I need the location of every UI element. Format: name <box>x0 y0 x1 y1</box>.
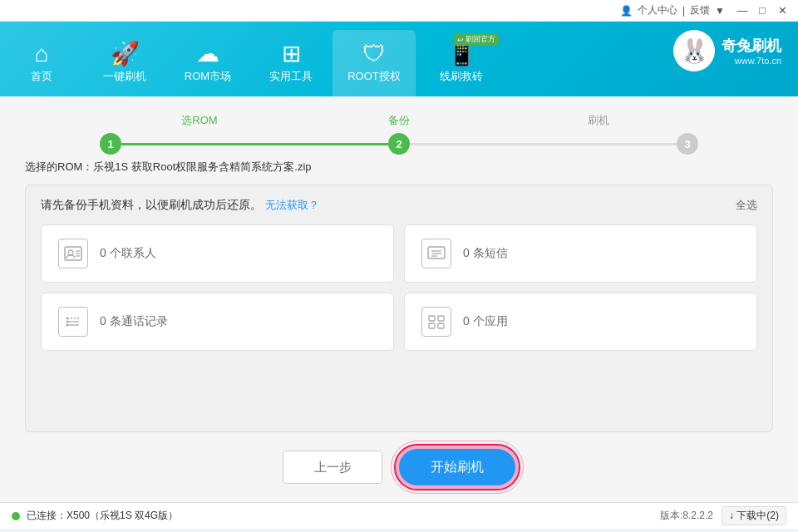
logo-rabbit-icon: 🐰 <box>673 30 715 71</box>
wire-icon: 📱 <box>447 42 476 66</box>
tab-wire-label: 线刷救砖 <box>440 69 483 84</box>
footer-bar: 已连接：X500（乐视1S 双4G版） 版本:8.2.2.2 ↓ 下载中(2) <box>0 502 798 529</box>
sms-icon <box>421 239 451 268</box>
account-label[interactable]: 个人中心 <box>638 3 677 17</box>
connection-text: 已连接：X500（乐视1S 双4G版） <box>27 509 178 523</box>
tab-flash[interactable]: 🚀 一键刷机 <box>83 30 166 96</box>
tab-root[interactable]: 🛡 ROOT授权 <box>332 30 416 96</box>
svg-point-1 <box>68 250 73 255</box>
backup-title: 请先备份手机资料，以便刷机成功后还原。 无法获取？ <box>41 197 319 213</box>
steps-visual: 1 2 3 <box>100 133 698 155</box>
tab-tools-label: 实用工具 <box>269 69 313 84</box>
step-line-2 <box>410 143 677 145</box>
download-button[interactable]: ↓ 下载中(2) <box>722 506 786 525</box>
step-circle-1: 1 <box>100 133 121 155</box>
minimize-button[interactable]: — <box>733 2 751 20</box>
rom-icon: ☁ <box>196 42 219 66</box>
account-icon: 👤 <box>620 5 633 17</box>
svg-point-14 <box>66 324 69 327</box>
rom-info: 选择的ROM：乐视1S 获取Root权限服务含精简系统方案.zip <box>25 160 773 175</box>
version-text: 版本:8.2.2.2 <box>660 509 713 523</box>
apps-count: 0 个应用 <box>463 314 508 329</box>
home-icon: ⌂ <box>35 42 49 66</box>
step-label-3: 刷机 <box>499 113 698 128</box>
apps-icon <box>421 307 451 337</box>
backup-grid: 0 个联系人 0 条短信 <box>41 224 757 351</box>
logo-text: 奇兔刷机 www.7to.cn <box>722 36 781 66</box>
backup-header: 请先备份手机资料，以便刷机成功后还原。 无法获取？ 全选 <box>41 197 757 213</box>
dropdown-icon[interactable]: ▼ <box>715 5 725 17</box>
start-button[interactable]: 开始刷机 <box>399 449 515 485</box>
tab-home[interactable]: ⌂ 首页 <box>0 30 83 96</box>
separator: | <box>682 5 685 17</box>
feedback-label[interactable]: 反馈 <box>690 3 710 17</box>
svg-point-12 <box>66 318 69 320</box>
backup-title-text: 请先备份手机资料，以便刷机成功后还原。 <box>41 198 262 211</box>
backup-item-sms[interactable]: 0 条短信 <box>404 224 757 283</box>
tab-root-label: ROOT授权 <box>347 69 401 84</box>
step-label-2: 备份 <box>299 113 499 128</box>
svg-rect-16 <box>438 316 444 321</box>
title-bar: 👤 个人中心 | 反馈 ▼ — □ ✕ <box>0 0 798 22</box>
tools-icon: ⊞ <box>282 42 301 66</box>
wire-badge: ↩ 刷回官方 <box>454 33 499 46</box>
footer-right: 版本:8.2.2.2 ↓ 下载中(2) <box>660 506 786 525</box>
maximize-button[interactable]: □ <box>753 2 771 20</box>
svg-rect-15 <box>429 316 435 321</box>
tab-flash-label: 一键刷机 <box>103 69 146 84</box>
step-label-1: 选ROM <box>100 113 299 128</box>
close-button[interactable]: ✕ <box>773 2 791 20</box>
action-buttons: 上一步 开始刷机 <box>25 449 773 485</box>
tab-rom-label: ROM市场 <box>185 69 231 84</box>
step-labels: 选ROM 备份 刷机 <box>100 113 698 128</box>
connection-status-dot <box>12 512 20 520</box>
backup-item-calls[interactable]: 0 条通话记录 <box>41 293 394 351</box>
contacts-icon <box>58 239 88 268</box>
nav-bar: ⌂ 首页 🚀 一键刷机 ☁ ROM市场 ⊞ 实用工具 🛡 ROOT授权 ↩ 刷回… <box>0 22 798 96</box>
svg-rect-5 <box>428 247 445 259</box>
footer-connection: 已连接：X500（乐视1S 双4G版） <box>12 509 178 523</box>
tab-wire[interactable]: ↩ 刷回官方 📱 线刷救砖 <box>416 30 507 96</box>
backup-section: 请先备份手机资料，以便刷机成功后还原。 无法获取？ 全选 <box>25 185 773 432</box>
backup-item-apps[interactable]: 0 个应用 <box>404 293 757 351</box>
main-content: 选ROM 备份 刷机 1 2 3 选择的ROM：乐视1S 获取Root权限服务含… <box>0 96 798 502</box>
step-circle-2: 2 <box>388 133 410 155</box>
calls-icon <box>58 307 88 337</box>
svg-rect-17 <box>429 323 435 328</box>
account-area: 👤 个人中心 | 反馈 ▼ <box>620 3 725 17</box>
step-circle-3: 3 <box>677 133 698 155</box>
tab-rom[interactable]: ☁ ROM市场 <box>166 30 249 96</box>
sms-count: 0 条短信 <box>463 246 508 261</box>
nav-logo: 🐰 奇兔刷机 www.7to.cn <box>673 30 781 71</box>
step-line-1 <box>121 143 388 145</box>
svg-rect-18 <box>438 323 444 328</box>
root-icon: 🛡 <box>362 42 386 66</box>
tab-home-label: 首页 <box>31 69 52 84</box>
tab-tools[interactable]: ⊞ 实用工具 <box>249 30 332 96</box>
select-all-label[interactable]: 全选 <box>736 198 757 213</box>
rom-info-value: 乐视1S 获取Root权限服务含精简系统方案.zip <box>93 160 311 173</box>
svg-point-13 <box>66 321 69 323</box>
window-controls: — □ ✕ <box>733 2 791 20</box>
flash-icon: 🚀 <box>111 42 140 66</box>
backup-item-contacts[interactable]: 0 个联系人 <box>41 224 394 283</box>
cannot-get-link[interactable]: 无法获取？ <box>265 199 319 211</box>
brand-name: 奇兔刷机 <box>722 36 781 56</box>
nav-tabs: ⌂ 首页 🚀 一键刷机 ☁ ROM市场 ⊞ 实用工具 🛡 ROOT授权 ↩ 刷回… <box>0 22 507 96</box>
brand-url: www.7to.cn <box>722 56 781 66</box>
prev-button[interactable]: 上一步 <box>283 451 382 484</box>
calls-count: 0 条通话记录 <box>100 314 168 329</box>
rom-info-prefix: 选择的ROM： <box>25 160 93 173</box>
contacts-count: 0 个联系人 <box>100 246 156 261</box>
